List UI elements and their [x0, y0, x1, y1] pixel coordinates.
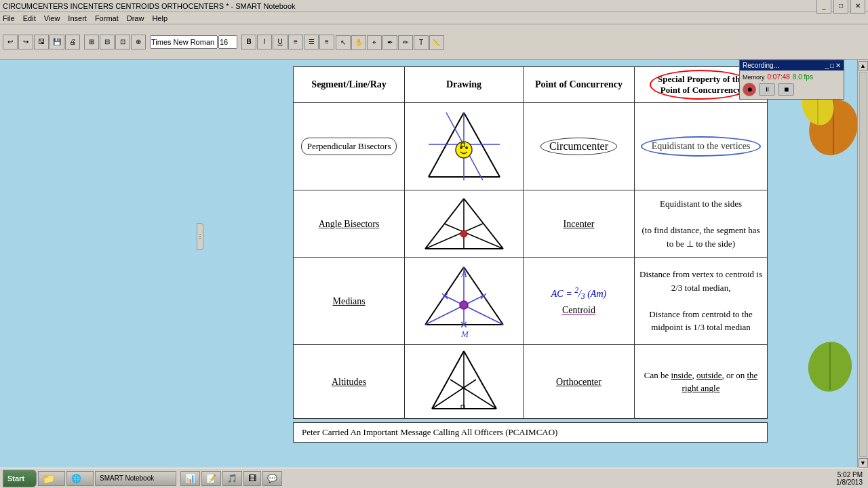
mnemonic-text: Peter Carried An Important Message Calli… [302, 427, 557, 437]
rec-maximize[interactable]: □ [830, 62, 834, 69]
taskbar-explorer[interactable]: 📁 [38, 471, 65, 486]
rec-close[interactable]: ✕ [835, 62, 841, 69]
toolbar-btn-3[interactable]: 🖫 [34, 35, 49, 49]
draw-tool-7[interactable]: 📐 [429, 35, 444, 50]
scroll-thumb[interactable] [859, 72, 867, 457]
svg-point-18 [456, 142, 472, 158]
maximize-btn[interactable]: □ [833, 0, 848, 14]
font-size[interactable] [218, 35, 237, 49]
circumcenter-drawing [415, 106, 513, 187]
centroid-formula: AC = 2/3 (Am) [551, 286, 606, 301]
taskbar: Start 📁 🌐 SMART Notebook 📊 📝 🎵 🎞 💬 5:02 … [0, 468, 868, 488]
cell-special-circumcenter: Equidistant to the vertices [635, 103, 768, 190]
align-right-btn[interactable]: ≡ [319, 35, 334, 49]
draw-tool-3[interactable]: ⌖ [367, 35, 382, 50]
menu-draw[interactable]: Draw [127, 14, 144, 22]
svg-text:M: M [460, 329, 469, 339]
recording-stats: Memory 0:07:48 8.0 fps [743, 73, 841, 81]
side-panel-toggle[interactable]: ⋮ [197, 223, 203, 250]
memory-label: Memory [743, 74, 765, 81]
header-drawing: Drawing [405, 67, 524, 103]
taskbar-app-1[interactable]: SMART Notebook [95, 471, 176, 486]
circumcenter-label: Circumcenter [540, 138, 617, 155]
svg-text:A: A [460, 269, 467, 279]
draw-tool-6[interactable]: T [414, 35, 429, 50]
menu-view[interactable]: View [44, 14, 60, 22]
toolbar-btn-1[interactable]: ↩ [3, 35, 18, 49]
fps-display: 8.0 fps [793, 73, 813, 81]
bold-btn[interactable]: B [241, 35, 256, 49]
toolbar-btn-7[interactable]: ⊟ [100, 35, 115, 49]
font-selector[interactable] [150, 35, 218, 49]
rec-stop-btn[interactable]: ⏹ [778, 83, 794, 96]
rec-minimize[interactable]: _ [825, 62, 829, 69]
toolbar-btn-5[interactable]: 🖨 [65, 35, 80, 49]
menu-edit[interactable]: Edit [23, 14, 36, 22]
cell-drawing-circumcenter [405, 103, 524, 190]
align-left-btn[interactable]: ≡ [288, 35, 303, 49]
align-center-btn[interactable]: ☰ [304, 35, 319, 49]
taskbar-icon-5[interactable]: 💬 [262, 471, 282, 486]
svg-point-20 [465, 146, 468, 149]
taskbar-browser[interactable]: 🌐 [66, 471, 94, 486]
cell-special-centroid: Distance from vertex to centroid is 2/3 … [635, 258, 768, 345]
cell-drawing-incenter [405, 190, 524, 258]
cell-medians: Medians [294, 258, 405, 345]
recording-controls[interactable]: ⏺ ⏸ ⏹ [743, 83, 841, 96]
minimize-btn[interactable]: _ [816, 0, 831, 14]
taskbar-icon-3[interactable]: 🎵 [222, 471, 242, 486]
draw-tool-4[interactable]: ✒ [382, 35, 397, 50]
toolbar-btn-8[interactable]: ⊡ [115, 35, 130, 49]
recording-content: Memory 0:07:48 8.0 fps ⏺ ⏸ ⏹ [740, 70, 844, 99]
svg-point-28 [460, 230, 467, 237]
cell-special-orthocenter: Can be inside, outside, or on the right … [635, 345, 768, 419]
toolbar-btn-2[interactable]: ↪ [18, 35, 33, 49]
taskbar-icon-1[interactable]: 📊 [180, 471, 200, 486]
toolbar-btn-9[interactable]: ⊕ [131, 35, 146, 49]
svg-line-23 [464, 199, 503, 249]
svg-point-41 [460, 301, 468, 309]
menu-insert[interactable]: Insert [68, 14, 87, 22]
toolbar: ↩ ↪ 🖫 💾 🖨 ⊞ ⊟ ⊡ ⊕ B I U ≡ ☰ ≡ ↖ ✋ ⌖ ✒ ✏ … [0, 24, 868, 60]
toolbar-btn-4[interactable]: 💾 [50, 35, 64, 49]
rec-pause-btn[interactable]: ⏸ [759, 83, 775, 96]
menu-format[interactable]: Format [95, 14, 119, 22]
main-table: Segment/Line/Ray Drawing Point of Concur… [293, 66, 768, 419]
close-btn[interactable]: ✕ [850, 0, 865, 14]
incenter-label: Incenter [564, 219, 595, 229]
cell-angle-bisectors: Angle Bisectors [294, 190, 405, 258]
draw-tool-5[interactable]: ✏ [398, 35, 413, 50]
title-bar: CIRCUMCENTERS INCENTERS CENTROIDS ORTHOC… [0, 0, 868, 12]
menu-help[interactable]: Help [152, 14, 167, 22]
cell-centroid: AC = 2/3 (Am) Centroid [523, 258, 634, 345]
perp-bisectors-label: Perpendicular Bisectors [301, 138, 397, 155]
taskbar-icon-2[interactable]: 📝 [201, 471, 221, 486]
cell-drawing-orthocenter [405, 345, 524, 419]
underline-btn[interactable]: U [273, 35, 288, 49]
scroll-up-btn[interactable]: ▲ [859, 61, 868, 70]
rec-record-btn[interactable]: ⏺ [743, 83, 756, 96]
centroid-label: Centroid [562, 305, 595, 316]
header-segment: Segment/Line/Ray [294, 67, 405, 103]
table-row-1: Perpendicular Bisectors [294, 103, 768, 190]
scroll-down-btn[interactable]: ▼ [859, 458, 868, 468]
incenter-special-text: Equidistant to the sides (to find distan… [639, 197, 763, 250]
equidistant-vertices-oval: Equidistant to the vertices [641, 136, 762, 157]
menu-file[interactable]: File [3, 14, 15, 22]
cell-altitudes: Altitudes [294, 345, 405, 419]
title-text: CIRCUMCENTERS INCENTERS CENTROIDS ORTHOC… [3, 2, 296, 10]
recording-title: Recording... _ □ ✕ [740, 60, 844, 70]
orthocenter-label: Orthocenter [556, 377, 601, 387]
draw-tool-2[interactable]: ✋ [351, 35, 366, 50]
start-button[interactable]: Start [3, 470, 37, 487]
taskbar-icon-4[interactable]: 🎞 [243, 471, 261, 486]
svg-point-19 [460, 146, 462, 149]
table-row-4: Altitudes [294, 345, 768, 419]
scrollbar-right[interactable]: ▲ ▼ [857, 60, 868, 468]
draw-tool-1[interactable]: ↖ [336, 35, 351, 50]
cell-incenter: Incenter [523, 190, 634, 258]
italic-btn[interactable]: I [257, 35, 272, 49]
svg-line-48 [432, 380, 476, 409]
toolbar-btn-6[interactable]: ⊞ [84, 35, 99, 49]
taskbar-clock: 5:02 PM 1/8/2013 [836, 471, 865, 486]
